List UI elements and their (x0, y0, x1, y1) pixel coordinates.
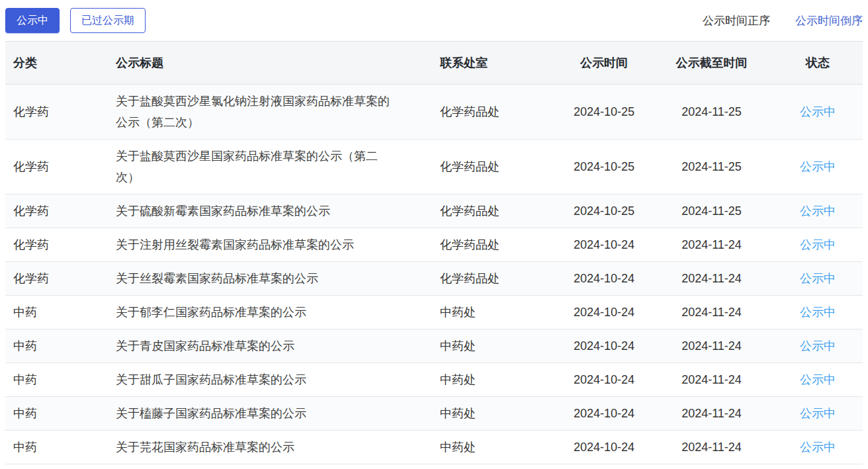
column-header-office: 联系处室 (432, 42, 558, 85)
table-row: 中药关于郁李仁国家药品标准草案的公示中药处2024-10-242024-11-2… (5, 296, 863, 329)
status-cell: 公示中 (773, 85, 863, 140)
deadline-cell: 2024-11-24 (650, 397, 773, 431)
announcement-title-link[interactable]: 关于注射用丝裂霉素国家药品标准草案的公示 (116, 234, 354, 255)
status-badge: 公示中 (800, 306, 836, 319)
status-badge: 公示中 (800, 204, 836, 218)
deadline-cell: 2024-11-24 (650, 228, 773, 262)
title-cell: 关于榼藤子国家药品标准草案的公示 (108, 397, 432, 431)
filter-button-active-announcements[interactable]: 公示中 (5, 8, 60, 33)
category-cell: 化学药 (5, 140, 108, 194)
deadline-cell: 2024-11-24 (650, 329, 773, 363)
status-badge: 公示中 (800, 339, 836, 353)
category-cell: 中药 (5, 363, 108, 397)
sort-link-time-ascending[interactable]: 公示时间正序 (703, 13, 770, 28)
deadline-cell: 2024-11-24 (650, 262, 773, 296)
deadline-cell: 2024-11-25 (650, 85, 773, 140)
status-badge: 公示中 (800, 373, 836, 386)
status-cell: 公示中 (773, 431, 863, 464)
column-header-deadline: 公示截至时间 (650, 42, 773, 85)
office-cell: 中药处 (432, 363, 558, 397)
column-header-status: 状态 (773, 42, 863, 85)
publish-date-cell: 2024-10-24 (558, 431, 650, 464)
category-cell: 中药 (5, 431, 108, 464)
status-cell: 公示中 (773, 363, 863, 397)
category-cell: 中药 (5, 329, 108, 363)
filter-button-expired-announcements[interactable]: 已过公示期 (70, 8, 146, 33)
status-badge: 公示中 (800, 441, 836, 454)
deadline-cell: 2024-11-24 (650, 431, 773, 464)
title-cell: 关于甜瓜子国家药品标准草案的公示 (108, 363, 432, 397)
category-cell: 中药 (5, 397, 108, 431)
table-row: 中药关于芫花国家药品标准草案的公示中药处2024-10-242024-11-24… (5, 431, 863, 464)
table-body: 化学药关于盐酸莫西沙星氯化钠注射液国家药品标准草案的公示（第二次）化学药品处20… (5, 85, 863, 464)
publish-date-cell: 2024-10-25 (558, 140, 650, 194)
status-cell: 公示中 (773, 194, 863, 228)
title-cell: 关于芫花国家药品标准草案的公示 (108, 431, 432, 464)
deadline-cell: 2024-11-25 (650, 194, 773, 228)
publish-date-cell: 2024-10-24 (558, 262, 650, 296)
table-row: 化学药关于盐酸莫西沙星国家药品标准草案的公示（第二次）化学药品处2024-10-… (5, 140, 863, 194)
office-cell: 化学药品处 (432, 262, 558, 296)
title-cell: 关于盐酸莫西沙星氯化钠注射液国家药品标准草案的公示（第二次） (108, 85, 432, 140)
deadline-cell: 2024-11-24 (650, 363, 773, 397)
publish-date-cell: 2024-10-24 (558, 363, 650, 397)
category-cell: 中药 (5, 296, 108, 329)
status-cell: 公示中 (773, 397, 863, 431)
office-cell: 中药处 (432, 397, 558, 431)
announcements-table: 分类 公示标题 联系处室 公示时间 公示截至时间 状态 化学药关于盐酸莫西沙星氯… (5, 41, 863, 464)
category-cell: 化学药 (5, 262, 108, 296)
table-row: 化学药关于丝裂霉素国家药品标准草案的公示化学药品处2024-10-242024-… (5, 262, 863, 296)
announcement-title-link[interactable]: 关于硫酸新霉素国家药品标准草案的公示 (116, 200, 330, 222)
status-badge: 公示中 (800, 105, 836, 118)
column-header-category: 分类 (5, 42, 108, 85)
announcement-title-link[interactable]: 关于丝裂霉素国家药品标准草案的公示 (116, 268, 318, 289)
column-header-publish-date: 公示时间 (558, 42, 650, 85)
category-cell: 化学药 (5, 85, 108, 140)
status-cell: 公示中 (773, 329, 863, 363)
title-cell: 关于盐酸莫西沙星国家药品标准草案的公示（第二次） (108, 140, 432, 194)
table-row: 中药关于榼藤子国家药品标准草案的公示中药处2024-10-242024-11-2… (5, 397, 863, 431)
publish-date-cell: 2024-10-25 (558, 85, 650, 140)
table-row: 中药关于甜瓜子国家药品标准草案的公示中药处2024-10-242024-11-2… (5, 363, 863, 397)
office-cell: 中药处 (432, 296, 558, 329)
table-row: 中药关于青皮国家药品标准草案的公示中药处2024-10-242024-11-24… (5, 329, 863, 363)
office-cell: 化学药品处 (432, 85, 558, 140)
announcement-title-link[interactable]: 关于盐酸莫西沙星氯化钠注射液国家药品标准草案的公示（第二次） (116, 91, 397, 133)
publish-date-cell: 2024-10-24 (558, 397, 650, 431)
announcement-title-link[interactable]: 关于郁李仁国家药品标准草案的公示 (116, 302, 306, 323)
announcement-title-link[interactable]: 关于榼藤子国家药品标准草案的公示 (116, 403, 306, 424)
title-cell: 关于硫酸新霉素国家药品标准草案的公示 (108, 194, 432, 228)
filter-toolbar: 公示中 已过公示期 公示时间正序 公示时间倒序 (5, 0, 863, 41)
announcement-title-link[interactable]: 关于芫花国家药品标准草案的公示 (116, 437, 294, 458)
status-badge: 公示中 (800, 272, 836, 285)
office-cell: 化学药品处 (432, 228, 558, 262)
office-cell: 化学药品处 (432, 194, 558, 228)
column-header-title: 公示标题 (108, 42, 432, 85)
office-cell: 中药处 (432, 431, 558, 464)
publish-date-cell: 2024-10-24 (558, 228, 650, 262)
status-cell: 公示中 (773, 228, 863, 262)
deadline-cell: 2024-11-24 (650, 296, 773, 329)
office-cell: 化学药品处 (432, 140, 558, 194)
announcement-title-link[interactable]: 关于甜瓜子国家药品标准草案的公示 (116, 369, 306, 390)
sort-link-time-descending[interactable]: 公示时间倒序 (795, 13, 863, 28)
title-cell: 关于郁李仁国家药品标准草案的公示 (108, 296, 432, 329)
publish-date-cell: 2024-10-24 (558, 296, 650, 329)
status-cell: 公示中 (773, 262, 863, 296)
deadline-cell: 2024-11-25 (650, 140, 773, 194)
office-cell: 中药处 (432, 329, 558, 363)
publish-date-cell: 2024-10-24 (558, 329, 650, 363)
title-cell: 关于青皮国家药品标准草案的公示 (108, 329, 432, 363)
status-badge: 公示中 (800, 238, 836, 251)
announcements-page: 公示中 已过公示期 公示时间正序 公示时间倒序 分类 公示标题 联系处室 公示时… (0, 0, 868, 464)
table-row: 化学药关于盐酸莫西沙星氯化钠注射液国家药品标准草案的公示（第二次）化学药品处20… (5, 85, 863, 140)
status-badge: 公示中 (800, 160, 836, 173)
table-header: 分类 公示标题 联系处室 公示时间 公示截至时间 状态 (5, 42, 863, 85)
status-cell: 公示中 (773, 296, 863, 329)
category-cell: 化学药 (5, 194, 108, 228)
announcement-title-link[interactable]: 关于盐酸莫西沙星国家药品标准草案的公示（第二次） (116, 146, 397, 188)
announcement-title-link[interactable]: 关于青皮国家药品标准草案的公示 (116, 335, 294, 357)
status-badge: 公示中 (800, 407, 836, 420)
table-row: 化学药关于硫酸新霉素国家药品标准草案的公示化学药品处2024-10-252024… (5, 194, 863, 228)
title-cell: 关于丝裂霉素国家药品标准草案的公示 (108, 262, 432, 296)
